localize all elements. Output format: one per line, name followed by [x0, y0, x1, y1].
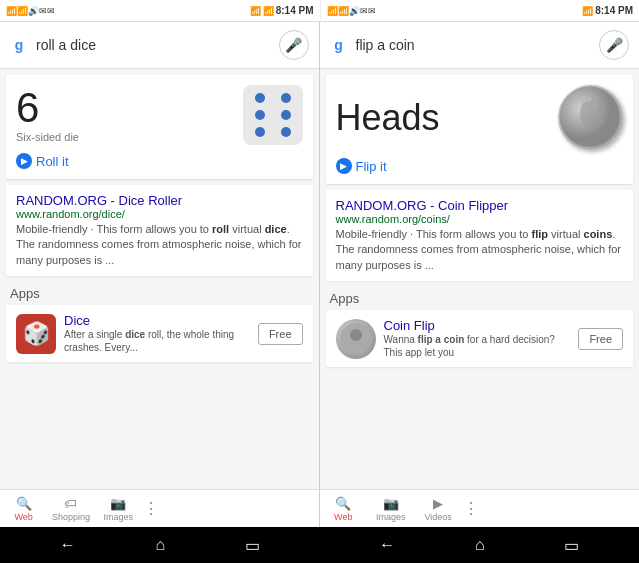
dot-3: [255, 110, 265, 120]
content-left: 6 Six-sided die ▶ Roll it: [0, 69, 319, 489]
images-icon-right: 📷: [383, 496, 399, 511]
dice-app-info: Dice After a single dice roll, the whole…: [64, 313, 250, 354]
dice-app-card: 🎲 Dice After a single dice roll, the who…: [6, 305, 313, 362]
wifi-icon: 📶: [263, 6, 274, 16]
content-right: Heads: [320, 69, 640, 489]
coin-text: Heads: [336, 97, 440, 139]
dice-result-title[interactable]: RANDOM.ORG - Dice Roller: [16, 193, 303, 208]
mic-button-right[interactable]: 🎤: [599, 30, 629, 60]
mic-button-left[interactable]: 🎤: [279, 30, 309, 60]
dice-search-result: RANDOM.ORG - Dice Roller www.random.org/…: [6, 185, 313, 276]
wifi-icon-r: 📶: [582, 6, 593, 16]
dice-result-display: 6 Six-sided die: [16, 85, 303, 145]
roll-action-link[interactable]: ▶ Roll it: [16, 153, 303, 169]
dice-result-snippet: Mobile-friendly · This form allows you t…: [16, 222, 303, 268]
coin-url-text: www.random.org/: [336, 213, 422, 225]
status-bar-left: 📶📶🔊✉✉ 📶 📶 8:14 PM: [0, 0, 320, 22]
status-icons-right: 📶📶🔊✉✉: [327, 6, 376, 16]
sys-bar-left: ← ⌂ ▭: [0, 536, 320, 555]
home-button-left[interactable]: ⌂: [155, 536, 165, 554]
dot-6: [281, 127, 291, 137]
nav-more-right[interactable]: ⋮: [462, 499, 479, 518]
coin-result-url: www.random.org/coins/: [336, 213, 624, 225]
dice-number: 6: [16, 87, 79, 129]
dice-app-desc: After a single dice roll, the whole thin…: [64, 328, 250, 354]
nav-tab-web-left[interactable]: 🔍 Web: [0, 492, 47, 526]
coin-app-icon: [336, 319, 376, 359]
nav-tab-images-left[interactable]: 📷 Images: [95, 492, 142, 526]
nav-tabs-right: 🔍 Web 📷 Images ▶ Videos ⋮: [320, 490, 480, 527]
screen-left: g roll a dice 🎤 6 Six-sided die: [0, 22, 320, 527]
coin-free-button[interactable]: Free: [578, 328, 623, 350]
coin-app-name[interactable]: Coin Flip: [384, 318, 571, 333]
flip-icon: ▶: [336, 158, 352, 174]
search-query-left[interactable]: roll a dice: [36, 37, 271, 53]
dot-1: [255, 93, 265, 103]
svg-point-4: [350, 329, 362, 341]
nav-more-left[interactable]: ⋮: [142, 499, 159, 518]
back-button-right[interactable]: ←: [379, 536, 395, 554]
nav-tabs-left: 🔍 Web 🏷 Shopping 📷 Images ⋮: [0, 490, 159, 527]
web-icon-left: 🔍: [16, 496, 32, 511]
flip-action-link[interactable]: ▶ Flip it: [336, 158, 624, 174]
search-bar-left: g roll a dice 🎤: [0, 22, 319, 69]
back-button-left[interactable]: ←: [60, 536, 76, 554]
nav-tab-images-right[interactable]: 📷 Images: [367, 492, 414, 526]
nav-tab-shopping-left[interactable]: 🏷 Shopping: [47, 492, 94, 526]
status-time-right: 8:14 PM: [595, 5, 633, 16]
signal-icon: 📶: [250, 6, 261, 16]
recent-button-left[interactable]: ▭: [245, 536, 260, 555]
images-icon-left: 📷: [110, 496, 126, 511]
shopping-icon-left: 🏷: [64, 496, 77, 511]
dice-label: Six-sided die: [16, 131, 79, 143]
system-bar: ← ⌂ ▭ ← ⌂ ▭: [0, 527, 639, 563]
dot-4: [281, 110, 291, 120]
web-icon-right: 🔍: [335, 496, 351, 511]
search-bar-right: g flip a coin 🎤: [320, 22, 640, 69]
dice-app-name[interactable]: Dice: [64, 313, 250, 328]
dot-5: [255, 127, 265, 137]
nav-tab-web-right[interactable]: 🔍 Web: [320, 492, 367, 526]
google-icon-right: g: [330, 36, 348, 54]
coin-url-path: coins/: [421, 213, 450, 225]
nav-tab-videos-right[interactable]: ▶ Videos: [414, 492, 461, 526]
coin-svg: [558, 85, 623, 150]
images-label-right: Images: [376, 512, 406, 522]
videos-label-right: Videos: [424, 512, 451, 522]
recent-button-right[interactable]: ▭: [564, 536, 579, 555]
coin-result-title[interactable]: RANDOM.ORG - Coin Flipper: [336, 198, 624, 213]
shopping-label-left: Shopping: [52, 512, 90, 522]
coin-result-card: Heads: [326, 75, 634, 184]
status-bar-right: 📶📶🔊✉✉ 📶 8:14 PM: [320, 0, 640, 22]
google-icon-left: g: [10, 36, 28, 54]
coin-app-info: Coin Flip Wanna flip a coin for a hard d…: [384, 318, 571, 359]
images-label-left: Images: [104, 512, 134, 522]
coin-app-desc: Wanna flip a coin for a hard decision? T…: [384, 333, 571, 359]
dice-app-icon: 🎲: [16, 314, 56, 354]
search-query-right[interactable]: flip a coin: [356, 37, 592, 53]
dice-visual: [243, 85, 303, 145]
apps-header-left: Apps: [0, 280, 319, 303]
status-icons-left: 📶📶🔊✉✉: [6, 6, 55, 16]
web-label-left: Web: [14, 512, 32, 522]
dice-free-button[interactable]: Free: [258, 323, 303, 345]
coin-result-display: Heads: [336, 85, 624, 150]
coin-visual: [558, 85, 623, 150]
coin-result-snippet: Mobile-friendly · This form allows you t…: [336, 227, 624, 273]
status-time-left: 8:14 PM: [276, 5, 314, 16]
coin-search-result: RANDOM.ORG - Coin Flipper www.random.org…: [326, 190, 634, 281]
sys-bar-right: ← ⌂ ▭: [320, 536, 640, 555]
coin-app-card: Coin Flip Wanna flip a coin for a hard d…: [326, 310, 634, 367]
dice-result-url: www.random.org/dice/: [16, 208, 303, 220]
web-label-right: Web: [334, 512, 352, 522]
home-button-right[interactable]: ⌂: [475, 536, 485, 554]
videos-icon-right: ▶: [433, 496, 443, 511]
dice-result-card: 6 Six-sided die ▶ Roll it: [6, 75, 313, 179]
dot-2: [281, 93, 291, 103]
roll-label: Roll it: [36, 154, 69, 169]
bottom-nav-right: 🔍 Web 📷 Images ▶ Videos ⋮: [320, 489, 640, 527]
dice-url-text: www.random.org/: [16, 208, 102, 220]
coin-app-svg: [338, 321, 374, 357]
roll-icon: ▶: [16, 153, 32, 169]
bottom-nav-left: 🔍 Web 🏷 Shopping 📷 Images ⋮: [0, 489, 319, 527]
